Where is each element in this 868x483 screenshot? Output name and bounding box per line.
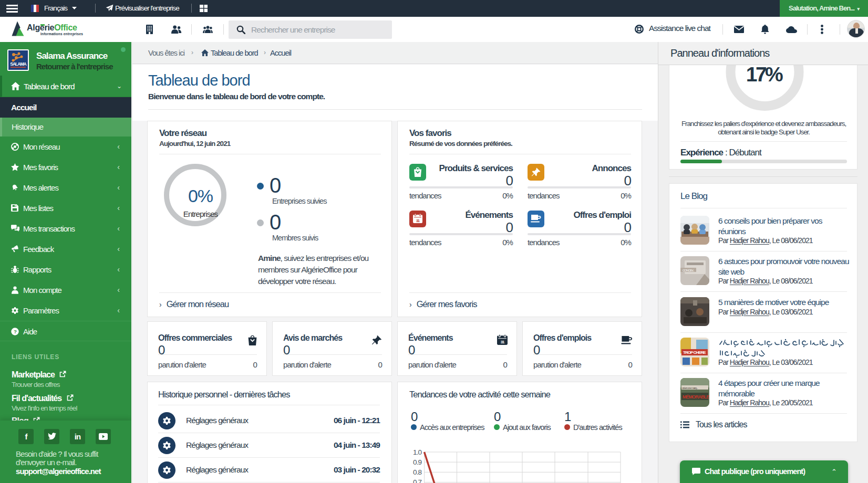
svg-text:?: ?	[14, 329, 17, 334]
svg-text:1.0: 1.0	[413, 448, 421, 456]
svg-text:SALAMA: SALAMA	[10, 61, 26, 67]
svg-text:0.8: 0.8	[413, 468, 421, 476]
svg-text:0.7: 0.7	[413, 478, 421, 483]
svg-text:créer une marq...: créer une marq...	[682, 386, 698, 390]
svg-text:TROP CHERE: TROP CHERE	[683, 350, 706, 355]
svg-text:CONCEV...: CONCEV...	[683, 269, 695, 272]
svg-text:MÉMORABLE: MÉMORABLE	[683, 394, 709, 400]
svg-text:0.9: 0.9	[413, 458, 421, 466]
